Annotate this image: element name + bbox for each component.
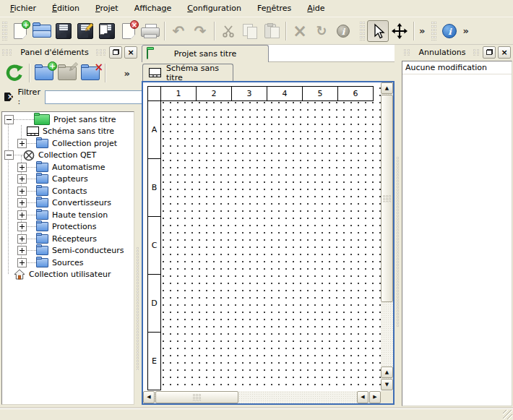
select-tool-button[interactable]: [367, 20, 389, 42]
tree-item-haute-tension[interactable]: Haute tension: [2, 209, 134, 221]
project-folder-icon: [34, 114, 50, 125]
menu-projet[interactable]: Projet: [88, 1, 126, 16]
folder-icon: [36, 222, 48, 231]
element-info-button[interactable]: i: [332, 20, 354, 42]
new-category-button[interactable]: +: [33, 61, 56, 85]
vertical-scroll-thumb[interactable]: [381, 95, 393, 302]
toolbar-separator: [29, 64, 30, 82]
tree-item-collection-projet[interactable]: Collection projet: [2, 137, 134, 150]
tab-project[interactable]: Projet sans titre: [142, 45, 269, 62]
horizontal-scroll-thumb[interactable]: [155, 391, 238, 403]
tree-item-automatisme[interactable]: Automatisme: [2, 161, 134, 173]
toolbar-overflow-button[interactable]: »: [460, 25, 470, 36]
x-red-icon: ×: [94, 61, 103, 74]
info-icon: i: [337, 25, 350, 38]
tree-item-schema[interactable]: Schéma sans titre: [2, 126, 134, 138]
menu-fenetres[interactable]: Fenêtres: [250, 1, 298, 16]
expand-icon[interactable]: [17, 258, 27, 267]
tree-item-recepteurs[interactable]: Récepteurs: [2, 233, 134, 245]
toolbar-drag-handle[interactable]: [431, 22, 436, 40]
horizontal-scrollbar[interactable]: ◀ ◀ ▶: [143, 391, 381, 403]
print-icon: [141, 24, 160, 38]
diagram-canvas[interactable]: 1 2 3 4 5 6 A B C D E: [143, 82, 381, 391]
undo-button[interactable]: ↶: [168, 20, 189, 42]
expand-icon[interactable]: [17, 163, 27, 172]
menu-fichier[interactable]: Fichier: [3, 1, 43, 16]
clear-filter-icon[interactable]: ×: [4, 92, 13, 102]
menu-edition[interactable]: Édition: [45, 1, 87, 16]
right-splitter[interactable]: [395, 45, 402, 406]
new-document-button[interactable]: +: [9, 20, 31, 42]
dock-close-button[interactable]: ×: [498, 46, 511, 59]
expand-icon[interactable]: [17, 187, 27, 196]
tree-item-protections[interactable]: Protections: [2, 221, 134, 233]
tab-schema[interactable]: Schéma sans titre: [142, 64, 233, 81]
expand-icon[interactable]: [17, 174, 27, 184]
tree-item-collection-qet[interactable]: Collection QET: [2, 150, 134, 162]
column-header: 5: [302, 86, 338, 101]
open-button[interactable]: [31, 20, 53, 42]
cut-button[interactable]: [217, 20, 239, 42]
expand-icon[interactable]: [17, 234, 27, 244]
delete-folder-icon: ×: [81, 67, 100, 80]
left-arrow-icon: ◀: [147, 395, 150, 400]
save-button[interactable]: [53, 20, 74, 42]
tree-item-capteurs[interactable]: Capteurs: [2, 173, 134, 186]
resize-grip[interactable]: [503, 410, 512, 419]
scroll-up-button-2[interactable]: ▲: [381, 367, 393, 378]
scroll-up-button[interactable]: ▲: [381, 82, 393, 94]
save-all-button[interactable]: [96, 20, 118, 42]
collapse-icon[interactable]: [4, 115, 14, 124]
scroll-down-button[interactable]: ▼: [381, 379, 393, 390]
tree-item-collection-utilisateur[interactable]: Collection utilisateur: [2, 269, 134, 281]
undo-dock: Annulations × Aucune modification: [402, 45, 513, 406]
close-file-button[interactable]: ×: [118, 20, 139, 42]
dock-title-bar[interactable]: Panel d'éléments ×: [0, 45, 139, 59]
tree-item-convertisseurs[interactable]: Convertisseurs: [2, 197, 134, 210]
close-icon: ×: [127, 48, 134, 56]
dock-title-bar[interactable]: Annulations ×: [402, 45, 513, 59]
expand-icon[interactable]: [17, 222, 27, 231]
reload-collections-button[interactable]: [3, 61, 26, 85]
toolbar-overflow-button[interactable]: »: [417, 25, 427, 36]
tree-item-semi-conducteurs[interactable]: Semi-conducteurs: [2, 245, 134, 257]
panel-overflow-button[interactable]: »: [122, 68, 132, 79]
print-button[interactable]: [139, 20, 161, 42]
cursor-arrow-icon: [371, 23, 385, 39]
vertical-scrollbar[interactable]: ▲ ▲ ▼: [381, 82, 393, 391]
diagram-info-button[interactable]: i: [439, 20, 460, 42]
menu-configuration[interactable]: Configuration: [180, 1, 249, 16]
expand-icon[interactable]: [17, 246, 27, 255]
move-tool-button[interactable]: [389, 20, 410, 42]
toolbar-drag-handle[interactable]: [2, 22, 7, 40]
redo-button[interactable]: ↷: [189, 20, 211, 42]
scroll-left-button[interactable]: ◀: [143, 391, 155, 403]
save-as-button[interactable]: [74, 20, 96, 42]
toolbar-drag-handle[interactable]: [360, 22, 365, 40]
expand-icon[interactable]: [17, 139, 27, 148]
paste-button[interactable]: [261, 20, 283, 42]
undo-list-item[interactable]: Aucune modification: [402, 61, 512, 74]
delete-button[interactable]: ×: [289, 20, 311, 42]
expand-icon[interactable]: [17, 210, 27, 220]
delete-category-button[interactable]: ×: [79, 61, 102, 85]
scroll-right-button[interactable]: ▶: [369, 391, 381, 403]
expand-icon[interactable]: [17, 198, 27, 207]
collapse-icon[interactable]: [4, 150, 14, 160]
copy-button[interactable]: [239, 20, 261, 42]
sheet-icon: [100, 25, 108, 35]
tree-item-sources[interactable]: Sources: [2, 257, 134, 269]
rotate-button[interactable]: ↻: [311, 20, 332, 42]
menu-aide[interactable]: Aide: [300, 1, 332, 16]
row-header: A: [147, 100, 161, 159]
left-splitter[interactable]: [134, 45, 142, 406]
tree-item-contacts[interactable]: Contacts: [2, 185, 134, 197]
dock-float-button[interactable]: [109, 46, 122, 59]
dock-float-button[interactable]: [483, 46, 496, 59]
scroll-left-button-2[interactable]: ◀: [357, 391, 368, 403]
tree-item-project[interactable]: Projet sans titre: [2, 113, 134, 126]
menu-affichage[interactable]: Affichage: [127, 1, 179, 16]
open-folder-icon: [33, 25, 51, 38]
dock-title: Panel d'éléments: [15, 48, 93, 57]
edit-category-button[interactable]: [56, 61, 79, 85]
